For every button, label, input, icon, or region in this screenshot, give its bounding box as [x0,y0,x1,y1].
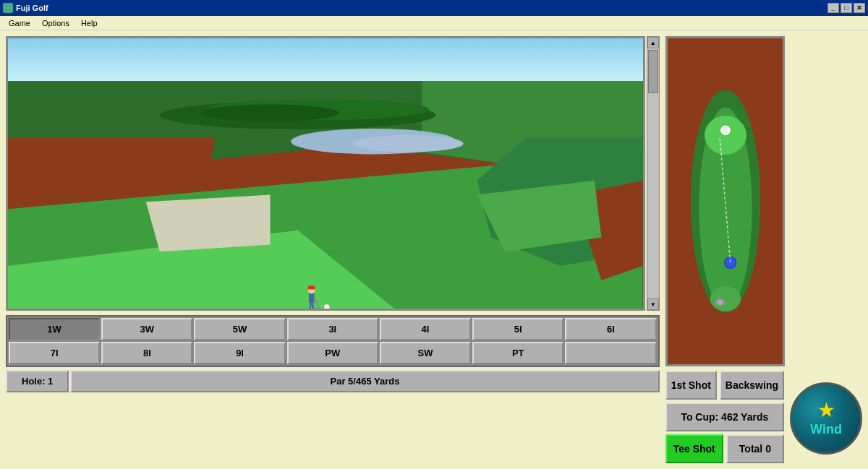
club-3i[interactable]: 3I [287,318,378,340]
scroll-down-button[interactable]: ▼ [647,298,659,310]
shot-row: 1st Shot Backswing [665,371,784,400]
club-grid: 1W 3W 5W 3I 4I 5I 6I 7I 8I 9I PW SW PT [6,315,660,367]
svg-point-22 [324,304,330,309]
wind-label: Wind [810,422,842,437]
club-pw[interactable]: PW [287,342,378,364]
svg-point-9 [353,135,464,152]
wind-button[interactable]: ★ Wind [790,382,862,455]
scroll-thumb[interactable] [648,50,658,93]
info-bar: Hole: 1 Par 5/465 Yards [6,370,660,392]
bottom-controls: 1st Shot Backswing To Cup: 462 Yards Tee… [665,371,862,463]
menu-bar: Game Options Help [0,16,868,30]
scroll-up-button[interactable]: ▲ [647,37,659,48]
svg-point-26 [710,286,740,311]
club-4i[interactable]: 4I [380,318,471,340]
club-pt[interactable]: PT [472,342,563,364]
controls-panel: 1W 3W 5W 3I 4I 5I 6I 7I 8I 9I PW SW PT H… [6,315,660,392]
title-bar: Fuji Golf _ □ ✕ [0,0,868,16]
svg-rect-18 [309,293,315,303]
game-view [6,36,645,311]
to-cup-display: To Cup: 462 Yards [665,403,784,431]
club-5i[interactable]: 5I [472,318,563,340]
first-shot-button[interactable]: 1st Shot [665,371,717,400]
svg-point-29 [722,126,729,134]
club-6i[interactable]: 6I [565,318,656,340]
svg-marker-7 [146,195,271,252]
window-controls[interactable]: _ □ ✕ [827,3,865,13]
club-sw[interactable]: SW [380,342,471,364]
club-1w[interactable]: 1W [9,318,100,340]
svg-point-12 [201,105,339,122]
map-view [665,36,785,366]
club-9i[interactable]: 9I [194,342,285,364]
map-svg [668,38,783,364]
right-panel: 1st Shot Backswing To Cup: 462 Yards Tee… [665,36,862,463]
close-button[interactable]: ✕ [854,3,865,13]
total-display: Total 0 [726,434,784,463]
minimize-button[interactable]: _ [827,3,839,13]
club-3w[interactable]: 3W [101,318,192,340]
shot-controls: 1st Shot Backswing To Cup: 462 Yards Tee… [665,371,784,463]
left-section: ▲ ▼ 1W 3W 5W 3I 4I 5I 6I 7I 8I 9I PW [6,36,660,463]
menu-help[interactable]: Help [75,19,103,27]
svg-point-34 [716,299,723,305]
vertical-scrollbar[interactable]: ▲ ▼ [647,36,660,311]
club-8i[interactable]: 8I [101,342,192,364]
svg-rect-0 [8,38,643,81]
club-7i[interactable]: 7I [9,342,100,364]
svg-point-31 [726,258,735,267]
tee-shot-button[interactable]: Tee Shot [665,434,723,463]
main-content: ▲ ▼ 1W 3W 5W 3I 4I 5I 6I 7I 8I 9I PW [0,30,868,469]
tee-row: Tee Shot Total 0 [665,434,784,463]
wind-star-icon: ★ [817,400,835,421]
menu-options[interactable]: Options [36,19,75,27]
club-empty [565,342,656,364]
svg-rect-20 [308,286,315,290]
view-and-scroll: ▲ ▼ [6,36,660,311]
menu-game[interactable]: Game [3,19,36,27]
course-scene [8,38,643,309]
app-icon [3,3,13,13]
window-title: Fuji Golf [16,4,48,12]
backswing-button[interactable]: Backswing [720,371,784,400]
hole-display: Hole: 1 [6,370,69,392]
maximize-button[interactable]: □ [841,3,852,13]
club-5w[interactable]: 5W [194,318,285,340]
par-display: Par 5/465 Yards [70,370,659,392]
